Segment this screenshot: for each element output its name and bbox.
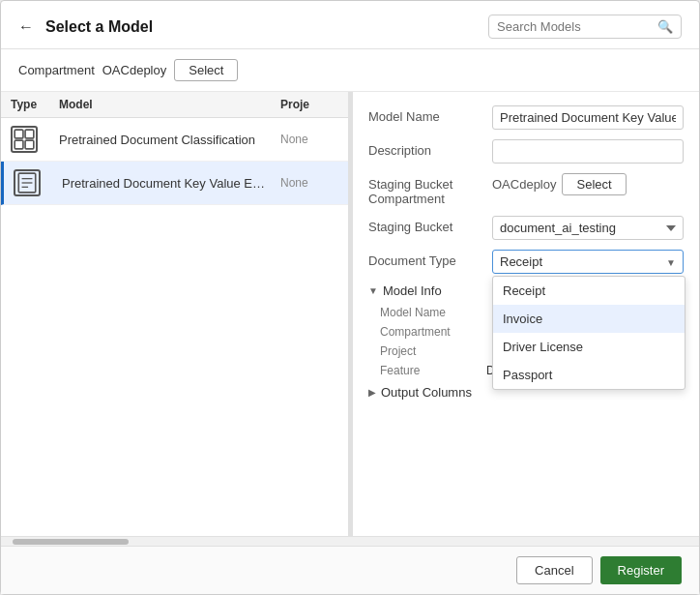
cell-model-2: Pretrained Document Key Value E…	[62, 176, 280, 191]
classify-icon	[11, 126, 38, 153]
dropdown-chevron-icon: ▼	[666, 256, 676, 267]
table-panel: Type Model Proje Pretrained	[1, 92, 349, 536]
dialog-header: ← Select a Model 🔍	[1, 1, 699, 49]
cell-project-2: None	[280, 176, 338, 190]
model-name-label: Model Name	[368, 105, 484, 124]
register-button[interactable]: Register	[600, 556, 682, 584]
search-icon: 🔍	[657, 19, 673, 34]
staging-bucket-dropdown[interactable]: document_ai_testing	[492, 216, 684, 240]
staging-select-button[interactable]: Select	[562, 173, 626, 195]
document-type-label: Document Type	[368, 250, 484, 268]
document-type-row: Document Type Receipt ▼ Receipt Invoice …	[368, 250, 684, 274]
doc-type-invoice[interactable]: Invoice	[493, 305, 685, 333]
search-bar: 🔍	[488, 15, 682, 39]
document-type-wrapper: Receipt ▼ Receipt Invoice Driver License…	[492, 250, 684, 274]
cell-project-1: None	[280, 133, 338, 146]
extract-icon	[14, 169, 41, 196]
doc-type-receipt[interactable]: Receipt	[493, 277, 685, 305]
table-header: Type Model Proje	[1, 92, 348, 118]
table-row[interactable]: Pretrained Document Classification None	[1, 118, 348, 162]
info-project-label: Project	[380, 344, 486, 358]
select-model-dialog: ← Select a Model 🔍 Compartment OACdeploy…	[0, 0, 700, 595]
staging-bucket-label: Staging Bucket	[368, 216, 484, 234]
svg-rect-1	[25, 130, 34, 138]
info-compartment-label: Compartment	[380, 325, 486, 339]
svg-rect-3	[25, 140, 34, 149]
scrollbar-thumb[interactable]	[13, 539, 129, 545]
output-columns-label: Output Columns	[381, 385, 472, 400]
svg-rect-0	[15, 130, 23, 138]
table-row[interactable]: Pretrained Document Key Value E… None	[1, 162, 348, 205]
back-button[interactable]: ←	[18, 18, 34, 36]
staging-compartment-row: Staging Bucket Compartment OACdeploy Sel…	[368, 173, 684, 206]
col-project: Proje	[280, 98, 338, 111]
cell-type-2	[14, 169, 62, 196]
document-type-value: Receipt	[500, 254, 542, 269]
toolbar-row: Compartment OACdeploy Select	[1, 49, 699, 92]
staging-bucket-row: Staging Bucket document_ai_testing	[368, 216, 684, 240]
doc-type-driver-license[interactable]: Driver License	[493, 333, 685, 361]
document-type-input[interactable]: Receipt ▼	[492, 250, 684, 274]
content-area: Type Model Proje Pretrained	[1, 92, 699, 536]
dialog-title: Select a Model	[45, 18, 477, 36]
staging-oac-label: OACdeploy	[492, 177, 556, 192]
staging-compartment-controls: OACdeploy Select	[492, 173, 684, 195]
info-feature-label: Feature	[380, 364, 486, 377]
staging-compartment-value: OACdeploy Select	[492, 173, 684, 195]
model-info-label: Model Info	[383, 283, 442, 298]
svg-rect-2	[15, 140, 23, 149]
cancel-button[interactable]: Cancel	[516, 556, 592, 584]
col-type: Type	[11, 98, 59, 111]
description-label: Description	[368, 139, 484, 158]
cell-type-1	[11, 126, 59, 153]
model-name-row: Model Name	[368, 105, 684, 130]
info-model-name-label: Model Name	[380, 306, 486, 319]
document-type-menu: Receipt Invoice Driver License Passport	[492, 276, 685, 390]
staging-compartment-label: Staging Bucket Compartment	[368, 173, 484, 206]
detail-panel: Model Name Description Staging Bucket Co…	[353, 92, 699, 536]
horizontal-scrollbar[interactable]	[1, 536, 699, 546]
description-value	[492, 139, 684, 164]
toolbar-select-button[interactable]: Select	[174, 59, 238, 81]
expand-icon: ▶	[368, 387, 376, 398]
dialog-footer: Cancel Register	[1, 546, 699, 594]
oac-label: OACdeploy	[102, 63, 166, 77]
doc-type-passport[interactable]: Passport	[493, 361, 685, 389]
model-name-input[interactable]	[492, 105, 684, 130]
staging-bucket-wrapper: document_ai_testing	[492, 216, 684, 240]
search-input[interactable]	[497, 19, 652, 34]
description-row: Description	[368, 139, 684, 164]
col-model: Model	[59, 98, 280, 111]
compartment-label: Compartment	[18, 63, 95, 77]
description-input[interactable]	[492, 139, 684, 164]
cell-model-1: Pretrained Document Classification	[59, 133, 280, 147]
model-name-value	[492, 105, 684, 130]
collapse-icon: ▼	[368, 285, 378, 296]
